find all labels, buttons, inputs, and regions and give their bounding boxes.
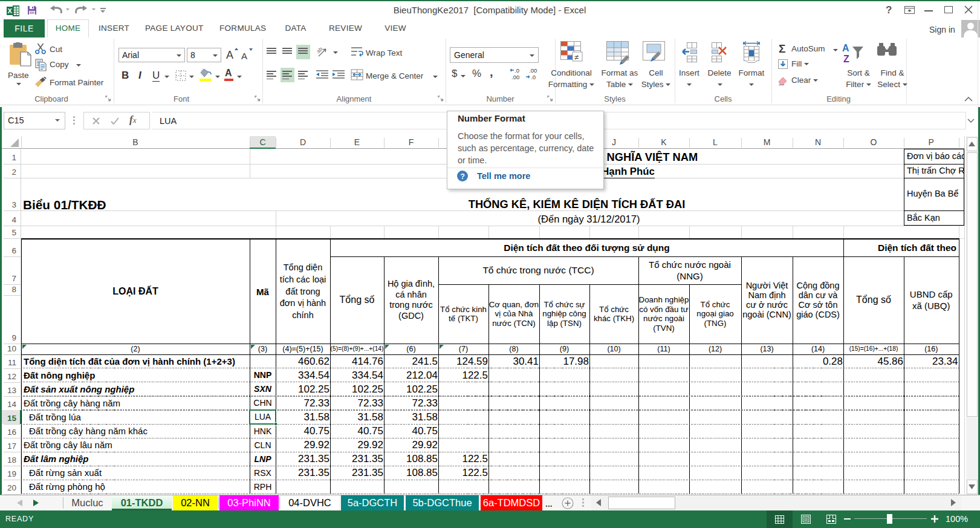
svg-text:Z: Z [843, 54, 849, 64]
svg-text:≠: ≠ [574, 53, 579, 62]
svg-text:.00: .00 [511, 74, 519, 80]
svg-text:.0: .0 [514, 68, 519, 74]
svg-text:ab: ab [317, 46, 323, 54]
svg-text:.00: .00 [529, 68, 537, 74]
svg-text:A: A [842, 43, 849, 53]
svg-text:?: ? [461, 172, 465, 181]
svg-text:.0: .0 [531, 74, 536, 80]
svg-text:X: X [8, 7, 13, 15]
